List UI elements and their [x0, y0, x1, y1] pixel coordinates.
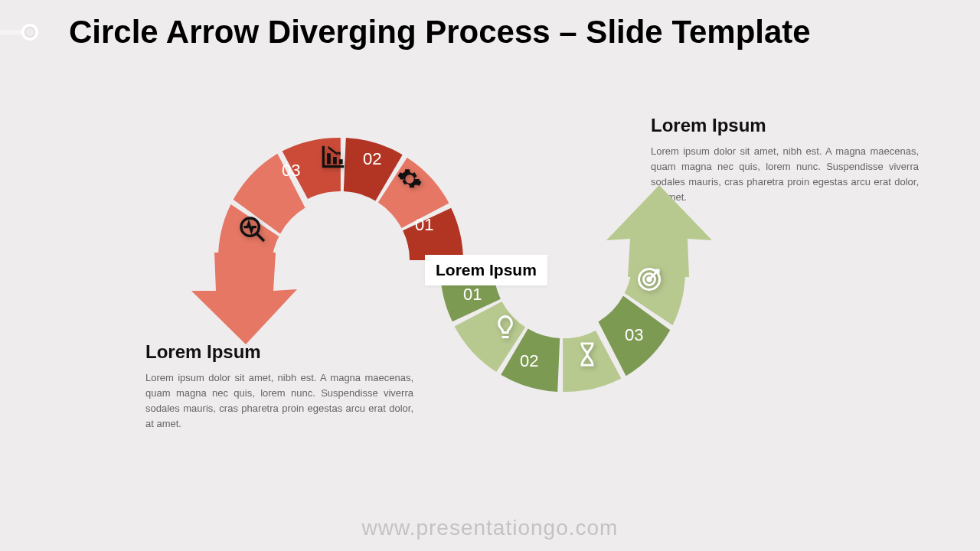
- title-decoration: [0, 23, 38, 41]
- red-arrowhead: [191, 253, 297, 344]
- center-label: Lorem Ipsum: [425, 255, 547, 285]
- green-arrowhead: [606, 185, 712, 277]
- footer-url: www.presentationgo.com: [0, 516, 980, 540]
- green-half-ring: [440, 269, 685, 392]
- page-title: Circle Arrow Diverging Process – Slide T…: [69, 14, 972, 51]
- red-half-ring: [218, 138, 463, 260]
